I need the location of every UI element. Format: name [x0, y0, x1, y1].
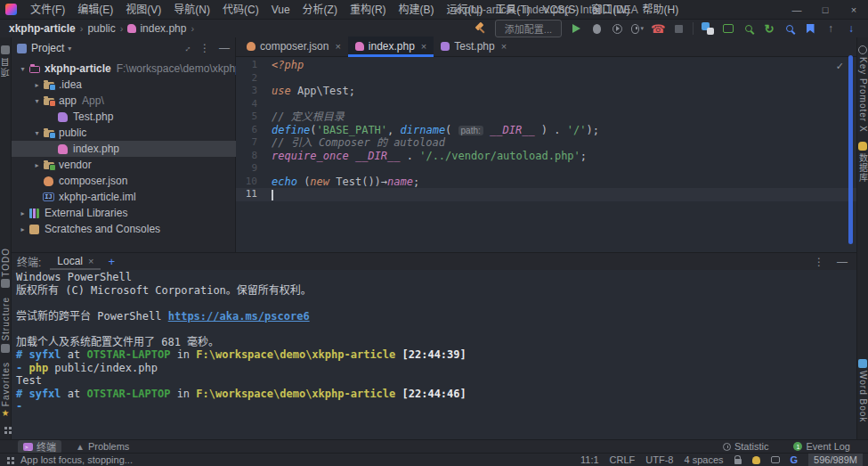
- memory-indicator[interactable]: 596/989M: [808, 454, 863, 466]
- indent-setting[interactable]: 4 spaces: [684, 454, 723, 465]
- code-line[interactable]: 7// 引入 Composer 的 autoload: [236, 136, 856, 150]
- tool-window-button-word-book[interactable]: Word Book: [858, 359, 868, 435]
- attach-debugger-phone-icon[interactable]: ☎: [652, 22, 664, 35]
- screen-capture-icon[interactable]: [722, 22, 734, 35]
- tree-chevron-icon[interactable]: ▸: [31, 161, 43, 169]
- arrow-down-icon[interactable]: ↓: [845, 22, 857, 35]
- close-button[interactable]: ×: [840, 0, 868, 20]
- close-icon[interactable]: ×: [421, 41, 426, 52]
- add-configuration-button[interactable]: 添加配置...: [495, 20, 562, 37]
- tool-window-button-structure[interactable]: Structure: [1, 297, 11, 353]
- close-icon[interactable]: ×: [335, 41, 340, 52]
- tree-chevron-icon[interactable]: ▸: [31, 81, 43, 89]
- tool-window-button-project[interactable]: 项目: [0, 45, 12, 77]
- refresh-icon[interactable]: ↻: [763, 22, 775, 35]
- terminal-output[interactable]: Windows PowerShell版权所有 (C) Microsoft Cor…: [12, 271, 856, 413]
- editor-tab-composer-json[interactable]: composer.json×: [239, 37, 348, 56]
- editor-tab-Test-php[interactable]: Test.php×: [434, 37, 514, 56]
- tree-row[interactable]: ▸Scratches and Consoles: [12, 221, 236, 237]
- search-blue-icon[interactable]: [783, 22, 796, 35]
- tool-window-button-todo[interactable]: TODO: [1, 248, 11, 289]
- menu-item[interactable]: 分析(Z): [296, 0, 344, 20]
- breadcrumb-item[interactable]: xkphp-article: [9, 22, 76, 35]
- menu-item[interactable]: 视图(V): [119, 0, 167, 20]
- search-green-icon[interactable]: [742, 22, 755, 35]
- editor-scrollbar[interactable]: [848, 55, 853, 244]
- breadcrumb-item[interactable]: public: [87, 22, 115, 35]
- editor[interactable]: composer.json×index.php×Test.php× 1<?php…: [236, 37, 856, 252]
- close-icon[interactable]: ×: [88, 256, 93, 266]
- menu-item[interactable]: 构建(B): [393, 0, 441, 20]
- tree-chevron-icon[interactable]: ▾: [31, 97, 43, 105]
- google-translate-icon[interactable]: G: [791, 454, 799, 465]
- bookmark-icon[interactable]: [804, 22, 816, 35]
- caret-position[interactable]: 11:1: [580, 454, 599, 465]
- tree-row[interactable]: IJxkphp-article.iml: [12, 189, 236, 205]
- tool-window-button-terminal[interactable]: >_ 终端: [18, 440, 61, 454]
- new-terminal-session-icon[interactable]: +: [108, 255, 115, 268]
- menu-item[interactable]: 代码(C): [216, 0, 265, 20]
- expand-icon[interactable]: ↕: [183, 43, 193, 53]
- build-hammer-icon[interactable]: [475, 22, 487, 35]
- robot-icon[interactable]: [771, 456, 780, 463]
- line-separator[interactable]: CRLF: [610, 454, 636, 465]
- code-line[interactable]: 1<?php: [236, 59, 856, 72]
- tree-chevron-icon[interactable]: ▾: [17, 65, 28, 73]
- tree-row[interactable]: ▸.idea: [12, 77, 236, 93]
- tree-chevron-icon[interactable]: ▾: [31, 129, 43, 137]
- code-line[interactable]: 3use App\Test;: [236, 85, 856, 98]
- code-line[interactable]: 8require_once __DIR__ . '/../vendor/auto…: [236, 150, 856, 163]
- menu-item[interactable]: 文件(F): [24, 0, 71, 20]
- breadcrumb-item[interactable]: index.php: [127, 22, 186, 35]
- code-line[interactable]: 11: [236, 188, 856, 201]
- lock-icon[interactable]: [734, 459, 742, 464]
- tool-window-button-problems[interactable]: ▲ Problems: [70, 440, 134, 454]
- code-line[interactable]: 9: [236, 162, 856, 176]
- inspections-ok-icon[interactable]: ✓: [836, 61, 844, 72]
- code-line[interactable]: 2: [236, 72, 856, 86]
- tree-row[interactable]: ▸External Libraries: [12, 205, 236, 221]
- more-options-icon[interactable]: ⋮: [814, 256, 824, 268]
- tool-window-button-database[interactable]: 数据库: [856, 142, 868, 183]
- tree-row[interactable]: index.php: [12, 141, 236, 157]
- translate-icon[interactable]: [702, 22, 714, 35]
- file-encoding[interactable]: UTF-8: [645, 454, 673, 465]
- layout-toggle-icon[interactable]: [4, 427, 7, 435]
- menu-item[interactable]: Vue: [265, 0, 296, 20]
- background-tasks-icon[interactable]: [7, 457, 10, 460]
- maximize-button[interactable]: □: [811, 0, 840, 20]
- tree-row[interactable]: ▾appApp\: [12, 93, 236, 109]
- tool-window-button-favorites[interactable]: Favorites★: [1, 362, 11, 418]
- run-icon[interactable]: [570, 22, 582, 35]
- tree-chevron-icon[interactable]: ▸: [17, 225, 28, 233]
- notification-gear-icon[interactable]: [752, 456, 760, 464]
- tool-window-button-key-promoter[interactable]: Key Promoter X: [858, 45, 868, 133]
- tree-row[interactable]: ▾public: [12, 125, 236, 141]
- tree-row[interactable]: Test.php: [12, 109, 236, 125]
- profiler-icon[interactable]: ▾: [631, 22, 644, 35]
- tree-row[interactable]: ▸vendor: [12, 157, 236, 173]
- code-line[interactable]: 5// 定义根目录: [236, 110, 856, 124]
- code-line[interactable]: 10echo (new Test())→name;: [236, 176, 856, 189]
- menu-item[interactable]: 编辑(E): [71, 0, 119, 20]
- more-options-icon[interactable]: ⋮: [199, 42, 210, 54]
- editor-tab-index-php[interactable]: index.php×: [348, 37, 434, 56]
- run-with-coverage-icon[interactable]: [611, 22, 623, 35]
- terminal-link[interactable]: https://aka.ms/pscore6: [168, 310, 310, 323]
- code-line[interactable]: 6define('BASE_PATH', dirname( path: __DI…: [236, 124, 856, 137]
- tree-row[interactable]: ▾xkphp-articleF:\workspace\demo\xkphp-ar…: [12, 61, 236, 77]
- arrow-up-icon[interactable]: ↑: [824, 22, 837, 35]
- code-area[interactable]: 1<?php23use App\Test;45// 定义根目录6define('…: [236, 59, 856, 201]
- menu-item[interactable]: 帮助(H): [637, 0, 685, 20]
- tool-window-button-event-log[interactable]: 1 Event Log: [788, 440, 856, 454]
- hide-panel-icon[interactable]: —: [837, 256, 848, 268]
- hide-panel-icon[interactable]: —: [219, 42, 230, 54]
- menu-item[interactable]: 导航(N): [167, 0, 216, 20]
- close-icon[interactable]: ×: [501, 41, 507, 52]
- code-line[interactable]: 4: [236, 98, 856, 111]
- minimize-button[interactable]: —: [783, 0, 811, 20]
- project-view-selector[interactable]: Project: [31, 42, 64, 54]
- debug-icon[interactable]: [590, 22, 603, 35]
- menu-item[interactable]: 重构(R): [344, 0, 393, 20]
- terminal-tab-local[interactable]: Local ×: [50, 253, 101, 270]
